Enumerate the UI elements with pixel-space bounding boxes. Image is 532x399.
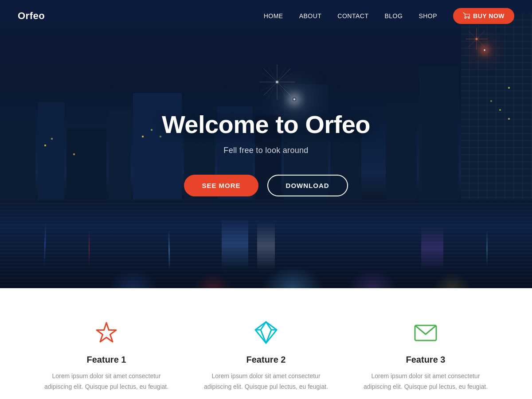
nav-home[interactable]: HOME bbox=[264, 12, 283, 20]
hero-title: Welcome to Orfeo bbox=[162, 110, 370, 139]
hero-content: Welcome to Orfeo Fell free to look aroun… bbox=[0, 0, 532, 288]
nav-contact[interactable]: CONTACT bbox=[337, 12, 368, 20]
svg-marker-15 bbox=[255, 322, 277, 343]
see-more-button[interactable]: SEE MORE bbox=[184, 175, 258, 196]
feature-3: Feature 3 Lorem ipsum dolor sit amet con… bbox=[346, 319, 505, 392]
nav-shop[interactable]: SHOP bbox=[419, 12, 437, 20]
diamond-icon bbox=[253, 319, 279, 346]
feature-3-desc: Lorem ipsum dolor sit amet consectetur a… bbox=[359, 371, 492, 392]
feature-2: Feature 2 Lorem ipsum dolor sit amet con… bbox=[186, 319, 346, 392]
feature-3-title: Feature 3 bbox=[406, 355, 446, 365]
buy-now-button[interactable]: BUY NOW bbox=[453, 8, 514, 24]
mail-icon bbox=[412, 319, 439, 346]
feature-1-title: Feature 1 bbox=[87, 355, 126, 365]
hero-section: Welcome to Orfeo Fell free to look aroun… bbox=[0, 0, 532, 288]
feature-2-desc: Lorem ipsum dolor sit amet consectetur a… bbox=[200, 371, 332, 392]
nav-about[interactable]: ABOUT bbox=[299, 12, 322, 20]
logo[interactable]: Orfeo bbox=[18, 10, 45, 22]
navbar: Orfeo HOME ABOUT CONTACT BLOG SHOP BUY N… bbox=[0, 0, 532, 32]
hero-subtitle: Fell free to look around bbox=[223, 146, 308, 155]
hero-buttons: SEE MORE DOWNLOAD bbox=[184, 175, 348, 196]
feature-1-desc: Lorem ipsum dolor sit amet consectetur a… bbox=[40, 371, 173, 392]
cart-icon bbox=[463, 12, 470, 20]
feature-2-title: Feature 2 bbox=[246, 355, 286, 365]
nav-blog[interactable]: BLOG bbox=[384, 12, 403, 20]
nav-links: HOME ABOUT CONTACT BLOG SHOP BUY NOW bbox=[264, 8, 514, 24]
star-icon bbox=[93, 319, 120, 346]
download-button[interactable]: DOWNLOAD bbox=[267, 175, 348, 196]
features-section: Feature 1 Lorem ipsum dolor sit amet con… bbox=[0, 288, 532, 399]
feature-1: Feature 1 Lorem ipsum dolor sit amet con… bbox=[27, 319, 186, 392]
